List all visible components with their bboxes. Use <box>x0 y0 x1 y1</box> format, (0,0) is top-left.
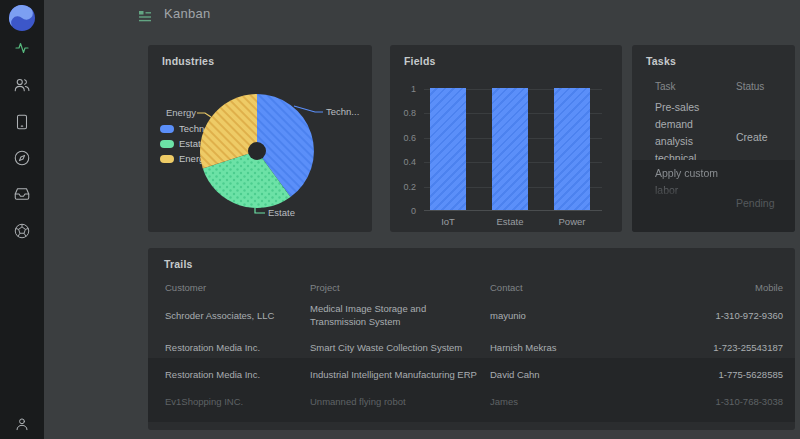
task-row-2-status: Pending <box>736 197 775 209</box>
trails-header-row: Customer Project Contact Mobile <box>148 278 795 296</box>
task-row-2[interactable]: Apply custom labor Pending <box>632 160 795 232</box>
y-axis-tick: 0 <box>390 206 416 216</box>
table-row[interactable]: Restoration Media Inc. Smart City Waste … <box>148 334 795 361</box>
cell-contact: mayunio <box>490 309 610 322</box>
cell-mobile: 1-310-768-3038 <box>610 395 795 408</box>
y-axis-tick: 1 <box>390 84 416 94</box>
sidebar-item-compass[interactable] <box>0 149 44 167</box>
y-axis-tick: 0.4 <box>390 157 416 167</box>
app-logo[interactable] <box>0 5 44 31</box>
callout-line-energy <box>197 113 211 117</box>
tasks-card-title: Tasks <box>646 55 676 67</box>
tasks-column-status: Status <box>736 81 764 92</box>
x-axis-line <box>424 210 602 211</box>
tasks-card: Tasks Task Status Pre-sales demand analy… <box>632 45 795 232</box>
user-icon <box>14 416 30 432</box>
page-title: Kanban <box>164 6 211 21</box>
globe-icon <box>13 222 31 240</box>
pie-donut-hole <box>248 142 266 160</box>
menu-toggle-button[interactable] <box>137 8 153 24</box>
pie-callout-estate: Estate <box>268 207 295 218</box>
swirl-logo-icon <box>9 5 35 31</box>
sidebar-item-profile[interactable] <box>0 416 44 432</box>
column-header-contact: Contact <box>490 281 610 294</box>
cell-mobile: 1-723-25543187 <box>610 341 795 354</box>
bar-iot[interactable] <box>430 88 466 210</box>
x-axis-label: Power <box>542 216 602 227</box>
cell-project: Unmanned flying robot <box>310 395 490 408</box>
pie-callout-technology: Techn... <box>326 106 359 117</box>
sidebar-item-tablet[interactable] <box>0 113 44 131</box>
task-row-2-text: Apply custom labor <box>655 165 731 199</box>
cell-project: Smart City Waste Collection System <box>310 341 490 354</box>
industries-pie-chart <box>148 45 372 232</box>
table-row[interactable]: Schroder Associates, LLC Medical Image S… <box>148 296 795 334</box>
column-header-customer: Customer <box>148 281 310 294</box>
column-header-project: Project <box>310 281 490 294</box>
cell-customer: Ev1Shopping INC. <box>148 395 310 408</box>
table-row[interactable]: Ev1Shopping INC. Unmanned flying robot J… <box>148 388 795 415</box>
industries-card: Industries Technology Estate Energy <box>148 45 372 232</box>
x-axis-label: Estate <box>480 216 540 227</box>
bar-power[interactable] <box>554 88 590 210</box>
cell-project: Industrial Intelligent Manufacturing ERP <box>310 368 490 381</box>
sidebar <box>0 0 44 439</box>
cell-contact: Harnish Mekras <box>490 341 610 354</box>
cell-project: Medical Image Storage and Transmission S… <box>310 302 490 328</box>
cell-customer: Restoration Media Inc. <box>148 368 310 381</box>
cell-mobile: 1-310-972-9360 <box>610 309 795 322</box>
activity-icon <box>13 39 31 57</box>
y-axis-tick: 0.2 <box>390 182 416 192</box>
cell-contact: James <box>490 395 610 408</box>
users-icon <box>13 76 31 94</box>
cell-customer: Restoration Media Inc. <box>148 341 310 354</box>
list-menu-icon <box>137 10 153 27</box>
fields-card-title: Fields <box>404 55 436 67</box>
cell-customer: Schroder Associates, LLC <box>148 309 310 322</box>
compass-icon <box>13 149 31 167</box>
dashboard-screen: Kanban Industries Technology Estate Ener… <box>0 0 800 439</box>
x-axis-label: IoT <box>418 216 478 227</box>
table-row[interactable]: Restoration Media Inc. Industrial Intell… <box>148 361 795 388</box>
sidebar-item-activity[interactable] <box>0 39 44 57</box>
tasks-column-task: Task <box>655 81 676 92</box>
bar-estate[interactable] <box>492 88 528 210</box>
trails-card: Trails Customer Project Contact Mobile S… <box>148 248 795 430</box>
inbox-icon <box>13 185 31 203</box>
cell-mobile: 1-775-5628585 <box>610 368 795 381</box>
callout-line-technology <box>294 106 323 112</box>
y-axis-tick: 0.6 <box>390 133 416 143</box>
tablet-icon <box>13 113 31 131</box>
fields-bar-chart <box>424 89 602 211</box>
sidebar-item-globe[interactable] <box>0 222 44 240</box>
y-axis-tick: 0.8 <box>390 108 416 118</box>
fields-card: Fields 1 0.8 0.6 0.4 0.2 0 IoT Estate Po… <box>390 45 622 232</box>
sidebar-item-users[interactable] <box>0 76 44 94</box>
trails-card-title: Trails <box>164 258 193 270</box>
column-header-mobile: Mobile <box>610 281 795 294</box>
pie-callout-energy: Energy <box>166 107 196 118</box>
cell-contact: David Cahn <box>490 368 610 381</box>
sidebar-item-inbox[interactable] <box>0 185 44 203</box>
task-row-1-status[interactable]: Create <box>736 131 768 143</box>
